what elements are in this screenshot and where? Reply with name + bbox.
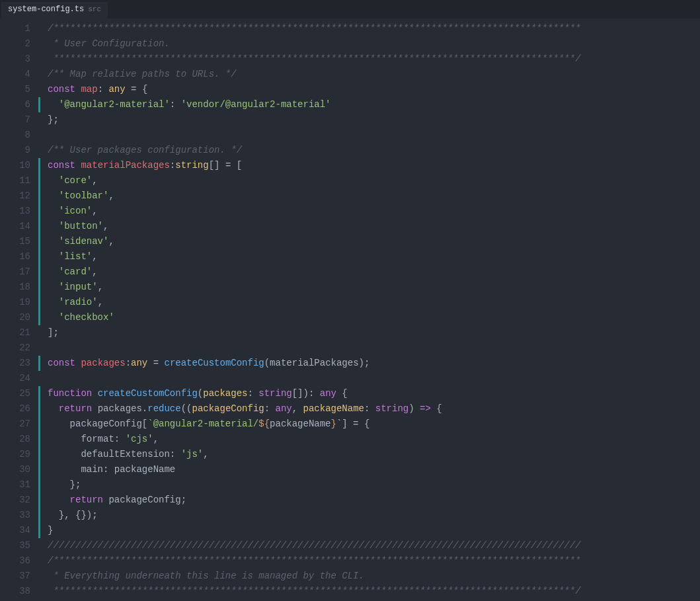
line-number: 37 <box>0 569 30 584</box>
code-line[interactable]: 'core', <box>38 173 700 188</box>
line-number: 31 <box>0 477 30 493</box>
code-line[interactable]: * User Configuration. <box>38 36 700 52</box>
line-number: 11 <box>0 173 30 188</box>
line-number: 5 <box>0 82 30 97</box>
line-number: 24 <box>0 371 30 386</box>
line-number: 25 <box>0 386 30 401</box>
line-number: 6 <box>0 97 30 112</box>
line-number: 35 <box>0 538 30 553</box>
tab-filename: system-config.ts <box>8 5 84 14</box>
line-number: 15 <box>0 234 30 249</box>
code-line[interactable]: return packages.reduce((packageConfig: a… <box>38 401 700 417</box>
line-number: 32 <box>0 493 30 508</box>
line-number: 16 <box>0 249 30 264</box>
code-line[interactable]: function createCustomConfig(packages: st… <box>38 386 700 401</box>
code-line[interactable]: ****************************************… <box>38 52 700 67</box>
code-line[interactable]: /***************************************… <box>38 553 700 569</box>
line-number: 29 <box>0 447 30 462</box>
code-line[interactable] <box>38 341 700 356</box>
code-line[interactable]: 'radio', <box>38 295 700 310</box>
tab-path: src <box>88 5 101 13</box>
line-number: 9 <box>0 143 30 158</box>
code-line[interactable]: const map: any = { <box>38 82 700 97</box>
line-number: 1 <box>0 21 30 36</box>
code-line[interactable]: main: packageName <box>38 462 700 477</box>
code-line[interactable]: }; <box>38 477 700 493</box>
code-line[interactable]: const packages:any = createCustomConfig(… <box>38 356 700 371</box>
line-number: 30 <box>0 462 30 477</box>
code-line[interactable]: }, {}); <box>38 508 700 523</box>
code-line[interactable]: /***************************************… <box>38 21 700 36</box>
code-line[interactable]: }; <box>38 112 700 128</box>
code-line[interactable]: ////////////////////////////////////////… <box>38 538 700 553</box>
line-number: 17 <box>0 264 30 280</box>
line-number: 8 <box>0 128 30 143</box>
code-content[interactable]: /***************************************… <box>38 19 700 601</box>
line-number: 28 <box>0 432 30 447</box>
editor-area[interactable]: 1234567891011121314151617181920212223242… <box>0 19 700 601</box>
code-line[interactable]: 'card', <box>38 264 700 280</box>
code-line[interactable]: 'input', <box>38 280 700 295</box>
line-number: 3 <box>0 52 30 67</box>
line-number: 14 <box>0 219 30 234</box>
line-number-gutter: 1234567891011121314151617181920212223242… <box>0 19 38 601</box>
line-number: 2 <box>0 36 30 52</box>
code-line[interactable]: 'list', <box>38 249 700 264</box>
line-number: 34 <box>0 523 30 538</box>
code-line[interactable]: '@angular2-material': 'vendor/@angular2-… <box>38 97 700 112</box>
code-line[interactable]: /** User packages configuration. */ <box>38 143 700 158</box>
line-number: 19 <box>0 295 30 310</box>
code-line[interactable] <box>38 371 700 386</box>
code-line[interactable] <box>38 128 700 143</box>
code-line[interactable]: defaultExtension: 'js', <box>38 447 700 462</box>
code-line[interactable]: /** Map relative paths to URLs. */ <box>38 67 700 82</box>
line-number: 18 <box>0 280 30 295</box>
line-number: 27 <box>0 417 30 432</box>
line-number: 12 <box>0 188 30 204</box>
code-line[interactable]: * Everything underneath this line is man… <box>38 569 700 584</box>
line-number: 22 <box>0 341 30 356</box>
code-line[interactable]: return packageConfig; <box>38 493 700 508</box>
line-number: 21 <box>0 325 30 341</box>
line-number: 26 <box>0 401 30 417</box>
code-line[interactable]: 'button', <box>38 219 700 234</box>
code-line[interactable]: 'toolbar', <box>38 188 700 204</box>
code-line[interactable]: const materialPackages:string[] = [ <box>38 158 700 173</box>
code-line[interactable]: 'icon', <box>38 204 700 219</box>
line-number: 7 <box>0 112 30 128</box>
code-line[interactable]: 'sidenav', <box>38 234 700 249</box>
active-tab[interactable]: system-config.ts src <box>1 2 108 19</box>
tab-bar: system-config.ts src <box>0 0 700 19</box>
code-line[interactable]: 'checkbox' <box>38 310 700 325</box>
line-number: 4 <box>0 67 30 82</box>
code-line[interactable]: format: 'cjs', <box>38 432 700 447</box>
line-number: 13 <box>0 204 30 219</box>
line-number: 38 <box>0 584 30 599</box>
code-line[interactable]: ****************************************… <box>38 584 700 599</box>
code-line[interactable]: ]; <box>38 325 700 341</box>
code-line[interactable]: } <box>38 523 700 538</box>
line-number: 36 <box>0 553 30 569</box>
line-number: 23 <box>0 356 30 371</box>
line-number: 33 <box>0 508 30 523</box>
code-line[interactable]: packageConfig[`@angular2-material/${pack… <box>38 417 700 432</box>
line-number: 20 <box>0 310 30 325</box>
line-number: 10 <box>0 158 30 173</box>
